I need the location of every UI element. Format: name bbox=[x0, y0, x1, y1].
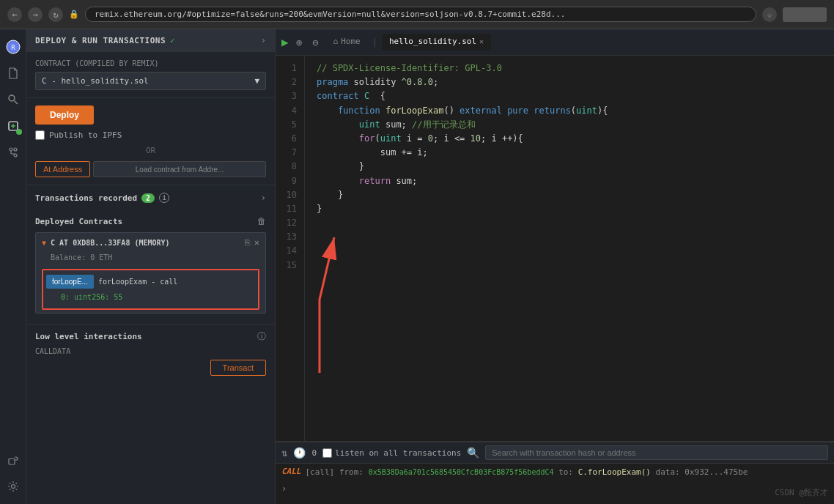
zoom-in-button[interactable]: ⊕ bbox=[293, 35, 305, 50]
filter-button[interactable]: ⇅ bbox=[281, 447, 287, 459]
contract-label: CONTRACT (Compiled by Remix) bbox=[35, 59, 266, 67]
publish-ipfs-label: Publish to IPFS bbox=[49, 130, 122, 140]
transactions-chevron: › bbox=[261, 193, 266, 203]
svg-text:R: R bbox=[11, 44, 15, 51]
deploy-panel-header: DEPLOY & RUN TRANSACTIONS ✓ › bbox=[26, 29, 275, 52]
code-line-11: } bbox=[317, 160, 822, 174]
editor-toolbar: ▶ ⊕ ⊖ ⌂ Home | hello_solidity.sol ✕ bbox=[276, 29, 834, 56]
contract-chevron-icon[interactable]: ▼ bbox=[42, 239, 46, 247]
sidebar-item-logo: R bbox=[1, 35, 25, 59]
at-address-button[interactable]: At Address bbox=[35, 161, 90, 177]
home-icon: ⌂ bbox=[333, 37, 339, 46]
function-result: 0: uint256: 55 bbox=[46, 290, 255, 305]
profile-area bbox=[783, 7, 827, 22]
tab-separator: | bbox=[372, 37, 377, 48]
listen-checkbox-row: listen on all transactions bbox=[322, 448, 461, 458]
code-editor[interactable]: // SPDX-License-Identifier: GPL-3.0 prag… bbox=[305, 56, 834, 441]
copy-address-button[interactable]: ⎘ bbox=[245, 237, 250, 248]
code-line-1: // SPDX-License-Identifier: GPL-3.0 bbox=[317, 62, 822, 75]
transactions-text: Transactions recorded bbox=[35, 193, 137, 203]
tab-file[interactable]: hello_solidity.sol ✕ bbox=[382, 34, 491, 51]
call-badge: CALL bbox=[281, 467, 301, 476]
trash-icon[interactable]: 🗑 bbox=[257, 216, 266, 226]
to-label: to: bbox=[558, 467, 578, 477]
low-level-info-icon: ⓘ bbox=[257, 330, 266, 343]
lock-icon: 🔒 bbox=[69, 10, 79, 19]
listen-label: listen on all transactions bbox=[335, 448, 461, 458]
svg-point-11 bbox=[11, 485, 15, 489]
low-level-section: Low level interactions ⓘ CALLDATA Transa… bbox=[26, 324, 275, 382]
bottom-toolbar: ⇅ 🕐 0 listen on all transactions 🔍 bbox=[276, 442, 834, 464]
transaction-search[interactable] bbox=[485, 445, 828, 460]
forward-button[interactable]: → bbox=[28, 7, 43, 22]
log-text: [call] from: 0x5B38Da6a701c5685450CfcB03… bbox=[306, 467, 748, 479]
code-line-15: } bbox=[317, 202, 822, 216]
data-label: data: bbox=[656, 467, 685, 477]
csdn-watermark: CSDN @甄齐才 bbox=[775, 487, 828, 498]
code-line-8: uint sum; //用于记录总和 bbox=[317, 118, 822, 132]
transactions-row[interactable]: Transactions recorded 2 i › bbox=[26, 185, 275, 210]
sidebar-item-settings[interactable] bbox=[1, 475, 25, 498]
tab-home-label: Home bbox=[341, 37, 361, 46]
icon-sidebar: R bbox=[0, 29, 26, 504]
deployed-contracts-section: Deployed Contracts 🗑 ▼ C AT 0XD8B...33FA… bbox=[26, 210, 275, 324]
zoom-out-button[interactable]: ⊖ bbox=[309, 35, 321, 50]
low-level-title: Low level interactions bbox=[35, 332, 142, 341]
bottom-panel: ⇅ 🕐 0 listen on all transactions 🔍 CALL … bbox=[276, 441, 834, 504]
url-text: remix.ethereum.org/#optimize=false&runs=… bbox=[95, 10, 565, 19]
load-contract-button[interactable]: Load contract from Addre... bbox=[93, 161, 266, 177]
listen-checkbox[interactable] bbox=[322, 448, 332, 458]
code-content: 12345 678910 1112131415 // SPDX-License-… bbox=[276, 56, 834, 441]
sidebar-item-search[interactable] bbox=[1, 88, 25, 111]
contract-select-arrow: ▼ bbox=[254, 76, 259, 86]
contract-value: C - hello_solidity.sol bbox=[42, 76, 149, 86]
contract-select[interactable]: C - hello_solidity.sol ▼ bbox=[35, 72, 266, 90]
tab-file-label: hello_solidity.sol bbox=[389, 37, 476, 46]
svg-point-9 bbox=[14, 148, 17, 151]
bookmark-button[interactable]: ☆ bbox=[762, 7, 777, 22]
deploy-title-text: DEPLOY & RUN TRANSACTIONS bbox=[35, 36, 166, 45]
run-button[interactable]: ▶ bbox=[281, 35, 289, 49]
prompt-arrow: › bbox=[281, 483, 287, 494]
info-icon: i bbox=[159, 193, 169, 203]
tab-home[interactable]: ⌂ Home bbox=[326, 34, 368, 51]
contract-address-label: C AT 0XD8B...33FA8 (MEMORY) bbox=[51, 239, 240, 247]
at-address-row: At Address Load contract from Addre... bbox=[35, 161, 266, 177]
search-icon[interactable]: 🔍 bbox=[467, 447, 479, 459]
for-loop-exam-button[interactable]: forLoopE... bbox=[46, 275, 94, 289]
browser-chrome: ← → ↻ 🔒 remix.ethereum.org/#optimize=fal… bbox=[0, 0, 834, 29]
svg-rect-10 bbox=[9, 459, 15, 464]
code-line-2: pragma solidity ^0.8.0; bbox=[317, 75, 822, 89]
deployed-title: Deployed Contracts bbox=[35, 217, 122, 226]
low-level-header: Low level interactions ⓘ bbox=[35, 330, 266, 343]
svg-point-2 bbox=[9, 95, 15, 101]
panel-expand-icon[interactable]: › bbox=[261, 35, 266, 45]
contract-section: CONTRACT (Compiled by Remix) C - hello_s… bbox=[26, 52, 275, 98]
code-line-13: } bbox=[317, 188, 822, 202]
back-button[interactable]: ← bbox=[7, 7, 22, 22]
transactions-label: Transactions recorded 2 i bbox=[35, 193, 169, 203]
call-bracket: [call] bbox=[306, 467, 335, 477]
code-line-12: return sum; bbox=[317, 174, 822, 188]
refresh-button[interactable]: ↻ bbox=[48, 7, 63, 22]
remove-contract-button[interactable]: ✕ bbox=[254, 237, 259, 248]
code-line-7: function forLoopExam() external pure ret… bbox=[317, 104, 822, 118]
sidebar-item-deploy[interactable] bbox=[1, 114, 25, 138]
sidebar-item-git[interactable] bbox=[1, 141, 25, 164]
url-bar[interactable]: remix.ethereum.org/#optimize=false&runs=… bbox=[85, 7, 756, 22]
code-line-9: for(uint i = 0; i <= 10; i ++){ bbox=[317, 132, 822, 146]
deploy-panel: DEPLOY & RUN TRANSACTIONS ✓ › CONTRACT (… bbox=[26, 29, 276, 504]
data-value: 0x932...475be bbox=[684, 467, 748, 477]
publish-ipfs-checkbox[interactable] bbox=[35, 130, 45, 140]
deploy-section: Deploy Publish to IPFS OR At Address Loa… bbox=[26, 98, 275, 185]
sidebar-item-plugin[interactable] bbox=[1, 448, 25, 472]
deploy-button[interactable]: Deploy bbox=[35, 105, 94, 125]
code-line-10: sum += i; bbox=[317, 146, 822, 160]
transaction-count: 0 bbox=[311, 448, 317, 458]
transact-button[interactable]: Transact bbox=[210, 360, 266, 376]
tab-close-button[interactable]: ✕ bbox=[479, 37, 484, 45]
sidebar-item-file[interactable] bbox=[1, 62, 25, 85]
editor-area: ▶ ⊕ ⊖ ⌂ Home | hello_solidity.sol ✕ 1234… bbox=[276, 29, 834, 504]
deployed-header: Deployed Contracts 🗑 bbox=[35, 216, 266, 226]
from-address: 0x5B38Da6a701c5685450CfcB03FcB875f56bedd… bbox=[369, 468, 554, 476]
